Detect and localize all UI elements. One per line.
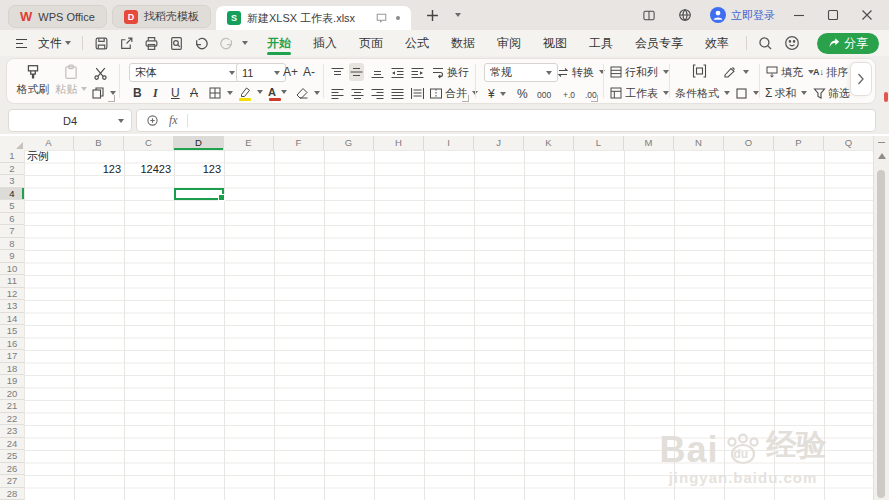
row-header-15[interactable]: 15: [0, 325, 24, 338]
row-header-23[interactable]: 23: [0, 425, 24, 438]
column-header-G[interactable]: G: [324, 136, 374, 150]
column-header-K[interactable]: K: [524, 136, 574, 150]
row-header-20[interactable]: 20: [0, 388, 24, 401]
collapse-scrollbar-button[interactable]: [874, 136, 889, 149]
italic-button[interactable]: I: [153, 85, 158, 101]
row-header-2[interactable]: 2: [0, 163, 24, 176]
fill-button[interactable]: 填充: [765, 64, 814, 80]
shape-style-button[interactable]: [735, 85, 759, 101]
merge-cells-button[interactable]: 合并: [429, 85, 478, 101]
paste-button[interactable]: 粘贴: [53, 61, 89, 99]
cell-C2[interactable]: 12423: [124, 163, 174, 176]
row-header-26[interactable]: 26: [0, 463, 24, 476]
quick-access-chevron-icon[interactable]: [242, 41, 248, 45]
justify-button[interactable]: [391, 86, 404, 102]
cell-A1[interactable]: 示例: [24, 150, 74, 163]
row-header-19[interactable]: 19: [0, 375, 24, 388]
cell-B2[interactable]: 123: [74, 163, 124, 176]
menu-tab-审阅[interactable]: 审阅: [486, 30, 532, 56]
dialog-launcher-icon[interactable]: [462, 95, 469, 102]
ribbon-overflow-button[interactable]: [850, 62, 872, 96]
column-header-E[interactable]: E: [224, 136, 274, 150]
cut-button[interactable]: [93, 65, 108, 81]
format-painter-button[interactable]: 格式刷: [15, 61, 51, 99]
hamburger-icon[interactable]: [10, 38, 33, 49]
increase-indent-button[interactable]: [411, 65, 424, 81]
menu-tab-数据[interactable]: 数据: [440, 30, 486, 56]
new-tab-button[interactable]: [421, 9, 444, 22]
dialog-launcher-icon[interactable]: [108, 95, 115, 102]
currency-format-button[interactable]: ¥: [488, 86, 506, 102]
app-tab-wps-office[interactable]: W WPS Office: [8, 5, 107, 28]
column-header-P[interactable]: P: [774, 136, 824, 150]
font-size-select[interactable]: 11: [236, 63, 286, 82]
column-header-N[interactable]: N: [674, 136, 724, 150]
search-icon[interactable]: [753, 36, 778, 51]
share-button[interactable]: 分享: [817, 33, 879, 54]
align-left-button[interactable]: [331, 86, 344, 102]
cell-style-button[interactable]: [723, 64, 749, 80]
menu-tab-视图[interactable]: 视图: [532, 30, 578, 56]
column-header-A[interactable]: A: [24, 136, 74, 150]
print-preview-button[interactable]: [164, 36, 189, 51]
row-header-1[interactable]: 1: [0, 150, 24, 163]
increase-decimal-button[interactable]: +.0: [563, 87, 575, 103]
row-header-16[interactable]: 16: [0, 338, 24, 351]
table-style-button[interactable]: [691, 63, 708, 79]
percent-format-button[interactable]: %: [517, 86, 528, 102]
row-header-22[interactable]: 22: [0, 413, 24, 426]
menu-tab-页面[interactable]: 页面: [348, 30, 394, 56]
app-tab-docer-templates[interactable]: D 找稻壳模板: [112, 5, 211, 28]
minimize-button[interactable]: [789, 7, 809, 23]
underline-button[interactable]: U: [171, 85, 180, 101]
zoom-formula-icon[interactable]: [146, 114, 160, 128]
distributed-button[interactable]: [411, 86, 424, 102]
redo-button[interactable]: [214, 36, 239, 51]
row-header-27[interactable]: 27: [0, 475, 24, 488]
column-header-C[interactable]: C: [124, 136, 174, 150]
row-header-3[interactable]: 3: [0, 175, 24, 188]
align-bottom-button[interactable]: [371, 65, 384, 81]
undo-button[interactable]: [189, 36, 214, 51]
menu-tab-插入[interactable]: 插入: [302, 30, 348, 56]
row-header-6[interactable]: 6: [0, 213, 24, 226]
font-family-select[interactable]: 宋体: [129, 63, 241, 82]
number-format-select[interactable]: 常规: [484, 63, 558, 82]
row-header-5[interactable]: 5: [0, 200, 24, 213]
menu-tab-开始[interactable]: 开始: [256, 30, 302, 56]
export-button[interactable]: [114, 36, 139, 51]
row-header-7[interactable]: 7: [0, 225, 24, 238]
save-button[interactable]: [89, 36, 114, 51]
align-center-button[interactable]: [351, 86, 364, 102]
menu-tab-公式[interactable]: 公式: [394, 30, 440, 56]
menu-tab-会员专享[interactable]: 会员专享: [624, 30, 694, 56]
document-tab-active[interactable]: S 新建XLSX 工作表.xlsx: [216, 6, 411, 30]
fx-icon[interactable]: fx: [169, 113, 178, 128]
tab-list-chevron-icon[interactable]: [455, 13, 461, 17]
column-header-M[interactable]: M: [624, 136, 674, 150]
row-header-25[interactable]: 25: [0, 450, 24, 463]
decrease-indent-button[interactable]: [391, 65, 404, 81]
scrollbar-thumb[interactable]: [877, 170, 885, 498]
convert-button[interactable]: 转换: [556, 64, 605, 80]
highlight-color-button[interactable]: [238, 84, 263, 100]
column-header-I[interactable]: I: [424, 136, 474, 150]
formula-input[interactable]: fx: [136, 109, 876, 132]
name-box[interactable]: D4: [8, 109, 132, 132]
column-header-Q[interactable]: Q: [824, 136, 874, 150]
sum-button[interactable]: Σ 求和: [765, 85, 807, 101]
fill-handle[interactable]: [218, 194, 225, 201]
row-header-18[interactable]: 18: [0, 363, 24, 376]
cells-area[interactable]: Bai du 经验 jingyan.baidu.com 示例1231242312…: [24, 150, 874, 500]
column-header-B[interactable]: B: [74, 136, 124, 150]
column-header-H[interactable]: H: [374, 136, 424, 150]
grow-font-button[interactable]: A+: [283, 64, 298, 80]
help-smiley-icon[interactable]: [779, 35, 805, 51]
split-view-icon[interactable]: [638, 7, 660, 24]
row-header-13[interactable]: 13: [0, 300, 24, 313]
column-header-F[interactable]: F: [274, 136, 324, 150]
rows-columns-button[interactable]: 行和列: [609, 64, 669, 80]
row-header-28[interactable]: 28: [0, 488, 24, 500]
row-header-12[interactable]: 12: [0, 288, 24, 301]
row-header-21[interactable]: 21: [0, 400, 24, 413]
